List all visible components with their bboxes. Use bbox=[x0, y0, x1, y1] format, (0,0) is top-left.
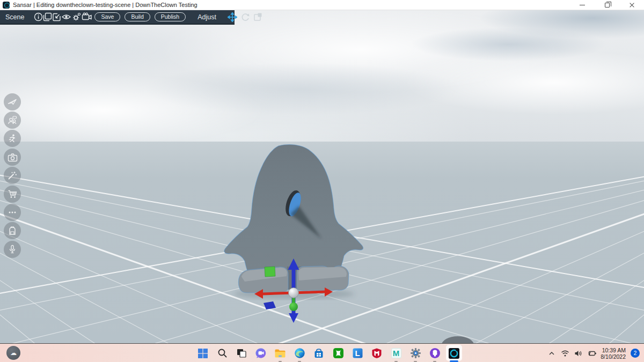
build-button[interactable]: Build bbox=[125, 12, 150, 21]
search-button[interactable] bbox=[213, 344, 232, 362]
weather-widget[interactable]: ☁ bbox=[6, 346, 20, 360]
scene-content bbox=[0, 10, 644, 343]
save-button[interactable]: Save bbox=[94, 12, 120, 21]
sidebar-item-store[interactable] bbox=[4, 186, 21, 203]
battery-button[interactable] bbox=[587, 349, 597, 358]
settings-gear-icon bbox=[71, 12, 82, 22]
sidebar-item-mic[interactable] bbox=[4, 241, 21, 258]
sansar-app[interactable] bbox=[444, 344, 464, 362]
scale-tool-icon bbox=[253, 12, 262, 21]
penguin-left-foot[interactable] bbox=[238, 267, 288, 293]
settings-gear-taskbar-icon bbox=[410, 348, 421, 359]
sidebar-item-people[interactable] bbox=[4, 112, 21, 129]
sidebar-item-magic[interactable] bbox=[4, 167, 21, 184]
search-icon bbox=[217, 348, 228, 358]
store-app[interactable] bbox=[309, 344, 328, 362]
volume-button[interactable] bbox=[574, 349, 583, 358]
store-icon bbox=[313, 348, 324, 359]
xbox-icon bbox=[333, 348, 344, 359]
more-ellipsis-icon bbox=[8, 208, 17, 217]
windows-start-icon bbox=[197, 348, 208, 359]
scene-settings-button[interactable] bbox=[71, 11, 82, 24]
rotate-tool-button[interactable] bbox=[240, 11, 250, 23]
travel-icon bbox=[8, 97, 17, 107]
chat-app[interactable] bbox=[251, 344, 270, 362]
sidebar-item-camera[interactable] bbox=[4, 149, 21, 166]
viewport-3d[interactable]: Scene Save Build Publish bbox=[0, 10, 644, 343]
adjust-menu[interactable]: Adjust bbox=[192, 13, 222, 21]
info-button[interactable] bbox=[34, 11, 43, 24]
l-app[interactable]: L bbox=[348, 344, 367, 362]
l-app-letter: L bbox=[355, 349, 360, 358]
visibility-button[interactable] bbox=[61, 11, 71, 24]
clock-date: 8/10/2022 bbox=[601, 353, 626, 360]
tray-chevron-button[interactable] bbox=[547, 349, 557, 358]
minimize-button[interactable] bbox=[570, 0, 595, 10]
clock[interactable]: 10:39 AM 8/10/2022 bbox=[601, 347, 626, 360]
close-button[interactable] bbox=[619, 0, 644, 10]
gizmo-y-handle[interactable] bbox=[289, 302, 298, 311]
start-button[interactable] bbox=[193, 344, 213, 362]
inventory-backpack-icon bbox=[8, 226, 17, 235]
duplicate-button[interactable] bbox=[43, 11, 52, 24]
microphone-icon bbox=[8, 245, 17, 254]
sansar-taskbar-icon bbox=[448, 348, 460, 359]
task-view-icon bbox=[236, 348, 247, 359]
xbox-app[interactable] bbox=[328, 344, 348, 362]
m-app-letter: M bbox=[393, 349, 400, 358]
edge-icon bbox=[294, 348, 305, 359]
camera-icon bbox=[8, 153, 18, 162]
sansar-editor-window: Sansar | Editing downtheclown-testing-sc… bbox=[0, 0, 644, 362]
green-marker bbox=[265, 267, 275, 277]
window-title: Sansar | Editing downtheclown-testing-sc… bbox=[13, 2, 197, 8]
mcafee-shield-icon bbox=[371, 348, 382, 359]
editor-toolbar: Scene Save Build Publish bbox=[0, 10, 235, 25]
scene-menu[interactable]: Scene bbox=[0, 13, 30, 21]
taskbar-apps: L M bbox=[193, 344, 464, 362]
settings-app[interactable] bbox=[406, 344, 425, 362]
move-tool-button[interactable] bbox=[228, 11, 237, 23]
file-explorer-icon bbox=[274, 348, 286, 359]
maximize-button[interactable] bbox=[595, 0, 619, 10]
gizmo-center-handle[interactable] bbox=[289, 288, 299, 298]
scale-tool-button[interactable] bbox=[253, 11, 262, 23]
shopping-cart-icon bbox=[8, 189, 18, 199]
window-controls bbox=[570, 0, 644, 10]
mcafee-app[interactable] bbox=[367, 344, 386, 362]
wifi-icon bbox=[561, 350, 569, 357]
sidebar-item-inventory[interactable] bbox=[4, 222, 21, 239]
background-object bbox=[442, 336, 474, 343]
gizmo-z-arrow-down[interactable] bbox=[289, 313, 298, 323]
battery-icon bbox=[588, 350, 597, 357]
runner-icon bbox=[8, 134, 17, 143]
chat-icon bbox=[255, 348, 267, 359]
move-tool-icon bbox=[228, 12, 237, 22]
edit-scene-button[interactable] bbox=[52, 11, 61, 24]
github-icon bbox=[429, 348, 441, 359]
camera-tools-button[interactable] bbox=[82, 11, 92, 24]
sidebar-item-travel[interactable] bbox=[4, 93, 21, 110]
penguin-right-foot[interactable] bbox=[297, 266, 349, 291]
publish-button[interactable]: Publish bbox=[155, 12, 186, 21]
rotate-tool-icon bbox=[240, 12, 250, 22]
windows-taskbar: ☁ bbox=[0, 343, 644, 362]
clock-time: 10:39 AM bbox=[601, 347, 626, 353]
close-icon bbox=[629, 2, 635, 8]
duplicate-icon bbox=[43, 12, 52, 21]
notification-badge[interactable]: 2 bbox=[631, 349, 640, 358]
sidebar-item-more[interactable] bbox=[4, 204, 21, 221]
chevron-up-icon bbox=[548, 350, 555, 357]
file-explorer-app[interactable] bbox=[270, 344, 290, 362]
magic-wand-icon bbox=[8, 171, 17, 180]
task-view-button[interactable] bbox=[232, 344, 251, 362]
minimize-icon bbox=[580, 5, 585, 5]
sansar-logo-icon bbox=[3, 2, 10, 9]
wifi-button[interactable] bbox=[560, 349, 570, 358]
speaker-icon bbox=[574, 350, 583, 357]
sidebar-item-runner[interactable] bbox=[4, 130, 21, 147]
github-desktop-app[interactable] bbox=[425, 344, 444, 362]
gizmo-plane-handle[interactable] bbox=[264, 301, 276, 309]
m-app[interactable]: M bbox=[386, 344, 406, 362]
edge-app[interactable] bbox=[290, 344, 309, 362]
camera-tools-icon bbox=[82, 12, 92, 21]
